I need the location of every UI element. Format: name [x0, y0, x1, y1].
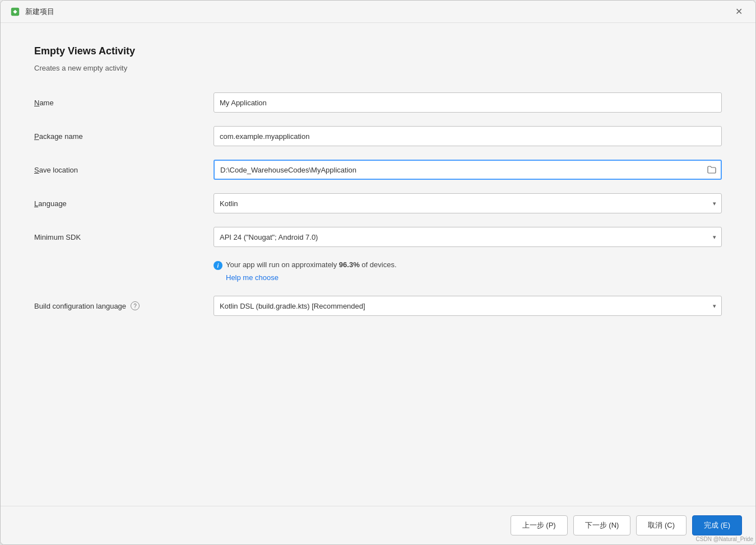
- title-bar-left: 新建项目: [10, 6, 54, 17]
- window-title: 新建项目: [25, 7, 54, 17]
- next-button[interactable]: 下一步 (N): [573, 515, 631, 535]
- app-icon: [10, 6, 21, 17]
- build-config-row: Build configuration language ? Kotlin DS…: [34, 296, 722, 316]
- min-sdk-select-wrapper: API 24 ("Nougat"; Android 7.0) API 21 ("…: [214, 227, 722, 247]
- build-config-select-wrapper: Kotlin DSL (build.gradle.kts) [Recommend…: [214, 296, 722, 316]
- cancel-button[interactable]: 取消 (C): [636, 515, 687, 535]
- dialog-window: 新建项目 ✕ Empty Views Activity Creates a ne…: [0, 0, 756, 545]
- language-select-wrapper: Kotlin Java ▾: [214, 193, 722, 213]
- section-subtitle: Creates a new empty activity: [34, 64, 722, 72]
- title-bar: 新建项目 ✕: [1, 1, 755, 23]
- min-sdk-select[interactable]: API 24 ("Nougat"; Android 7.0) API 21 ("…: [214, 227, 722, 247]
- package-input-wrapper: [214, 126, 722, 146]
- dialog-content: Empty Views Activity Creates a new empty…: [1, 23, 755, 506]
- build-config-label: Build configuration language ?: [34, 301, 214, 310]
- save-location-label-text: Save location: [34, 166, 78, 174]
- package-label: Package name: [34, 132, 214, 141]
- package-row: Package name: [34, 126, 722, 146]
- info-icon: [214, 261, 222, 270]
- name-label-text: Name: [34, 99, 54, 107]
- min-sdk-row: Minimum SDK API 24 ("Nougat"; Android 7.…: [34, 227, 722, 247]
- close-button[interactable]: ✕: [731, 4, 746, 20]
- name-input[interactable]: [214, 92, 722, 113]
- dialog-footer: 上一步 (P) 下一步 (N) 取消 (C) 完成 (E): [1, 506, 755, 544]
- language-select[interactable]: Kotlin Java: [214, 193, 722, 213]
- sdk-info-section: Your app will run on approximately 96.3%…: [214, 260, 722, 282]
- finish-button[interactable]: 完成 (E): [692, 515, 742, 535]
- info-percentage-text: 96.3%: [339, 260, 360, 269]
- build-config-select[interactable]: Kotlin DSL (build.gradle.kts) [Recommend…: [214, 296, 722, 316]
- save-location-input[interactable]: [214, 160, 722, 180]
- min-sdk-label-text: Minimum SDK: [34, 233, 81, 241]
- sdk-info-text: Your app will run on approximately 96.3%…: [214, 260, 722, 270]
- language-row: Language Kotlin Java ▾: [34, 193, 722, 213]
- info-suffix-text: of devices.: [360, 260, 397, 269]
- help-me-choose-link[interactable]: Help me choose: [226, 273, 279, 282]
- language-label-text: Language: [34, 199, 67, 208]
- build-config-help-icon[interactable]: ?: [131, 301, 140, 310]
- info-prefix-text: Your app will run on approximately: [226, 260, 339, 269]
- name-label: Name: [34, 99, 214, 107]
- package-input[interactable]: [214, 126, 722, 146]
- save-location-label: Save location: [34, 166, 214, 174]
- name-input-wrapper: [214, 92, 722, 113]
- section-title: Empty Views Activity: [34, 45, 722, 57]
- language-label: Language: [34, 199, 214, 208]
- min-sdk-label: Minimum SDK: [34, 233, 214, 241]
- prev-button[interactable]: 上一步 (P): [511, 515, 568, 535]
- save-location-input-wrapper: [214, 160, 722, 180]
- sdk-info-prefix: Your app will run on approximately 96.3%…: [226, 260, 397, 269]
- name-row: Name: [34, 92, 722, 113]
- build-config-label-text: Build configuration language: [34, 302, 126, 310]
- save-location-row: Save location: [34, 160, 722, 180]
- folder-browse-button[interactable]: [705, 163, 718, 176]
- package-label-text: Package name: [34, 132, 83, 141]
